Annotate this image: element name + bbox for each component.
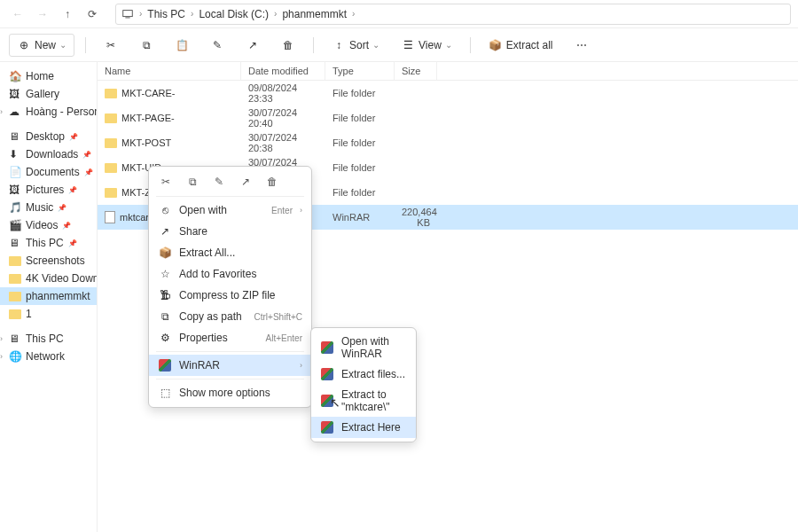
ctx-winrar[interactable]: WinRAR › [149,355,311,376]
file-name: MKT-CARE- [121,88,176,98]
up-button[interactable]: ↑ [57,4,78,25]
ctx-open-with[interactable]: ⎋ Open with Enter › [149,200,311,221]
ctx-cut-button[interactable]: ✂ [158,174,174,190]
sort-button[interactable]: ↕Sort⌄ [325,35,387,56]
file-type: File folder [325,136,395,150]
breadcrumb-this-pc[interactable]: This PC› [147,8,193,20]
ctx-label: Extract to "mktcare\" [341,388,407,413]
pin-icon: 📌 [69,133,78,141]
sidebar-documents[interactable]: 📄Documents📌 [0,163,97,181]
file-size [395,166,437,169]
extract-all-button[interactable]: 📦Extract all [481,35,560,56]
pin-icon: 📌 [68,239,77,247]
separator [156,351,304,352]
sidebar-gallery[interactable]: 🖼Gallery [0,85,97,103]
file-name-cell: MKT-POST [98,136,241,150]
chevron-right-icon: › [300,206,302,215]
sidebar-desktop[interactable]: 🖥Desktop📌 [0,128,97,145]
sidebar-this-pc-quick[interactable]: 🖥This PC📌 [0,234,97,252]
ctx-copy-path[interactable]: ⧉ Copy as path Ctrl+Shift+C [149,306,311,327]
file-row[interactable]: MKT-CARE-09/08/2024 23:33File folder [98,81,798,106]
ctx-copy-button[interactable]: ⧉ [184,174,200,190]
forward-button[interactable]: → [32,4,53,25]
sidebar-label: Home [26,70,54,82]
file-type: File folder [325,185,395,200]
paste-button[interactable]: 📋 [168,35,196,56]
sidebar-label: Desktop [26,130,65,143]
file-type: WinRAR [325,210,395,224]
svg-rect-0 [123,10,133,16]
desktop-icon: 🖥 [9,130,21,143]
music-icon: 🎵 [9,201,21,214]
sidebar-phanmemmkt[interactable]: phanmemmkt [0,287,97,305]
separator [156,379,304,379]
file-type: File folder [325,111,395,125]
file-name-cell: MKT-CARE- [98,86,241,100]
pin-icon: 📌 [62,222,71,230]
view-button[interactable]: ☰View⌄ [394,35,459,56]
sidebar-home[interactable]: 🏠Home [0,67,97,85]
pc-icon: 🖥 [9,332,21,345]
more-button[interactable]: ⋯ [567,35,596,56]
col-header-name[interactable]: Name [98,62,241,80]
sidebar-label: phanmemmkt [26,290,90,302]
folder-icon [9,256,21,266]
file-size [395,191,437,194]
rename-button[interactable]: ✎ [203,35,231,56]
col-header-type[interactable]: Type [325,62,395,80]
sort-label: Sort [349,39,369,51]
address-bar[interactable]: › This PC› Local Disk (C:)› phanmemmkt› [115,4,791,25]
file-name-cell: MKT-PAGE- [98,111,241,125]
ctx-label: Properties [179,332,259,344]
sidebar-4k-video[interactable]: 4K Video Downloa [0,270,97,287]
new-button[interactable]: ⊕ New ⌄ [9,34,74,57]
column-headers: Name Date modified Type Size [98,62,798,81]
ctx-rename-button[interactable]: ✎ [211,174,227,190]
file-row[interactable]: MKT-PAGE-30/07/2024 20:40File folder [98,106,798,130]
sidebar-network[interactable]: ›🌐Network [0,348,97,365]
ctx-show-more[interactable]: ⬚ Show more options [149,382,311,403]
sidebar-screenshots[interactable]: Screenshots [0,252,97,270]
col-header-date[interactable]: Date modified [241,62,325,80]
ctx-add-favorites[interactable]: ☆ Add to Favorites [149,263,311,285]
back-button[interactable]: ← [7,4,28,25]
chevron-right-icon: › [191,9,193,19]
folder-icon [9,309,21,319]
sidebar-onedrive[interactable]: ›☁Hoàng - Personal [0,103,97,121]
ctx-compress-zip[interactable]: 🗜 Compress to ZIP file [149,285,311,306]
file-date: 30/07/2024 20:40 [241,106,325,130]
sidebar-1[interactable]: 1 [0,305,97,323]
sub-open-winrar[interactable]: Open with WinRAR [311,332,416,364]
folder-icon [105,163,117,173]
ctx-label: Extract files... [341,368,407,380]
breadcrumb-local-disk[interactable]: Local Disk (C:)› [199,8,277,20]
ctx-delete-button[interactable]: 🗑 [264,174,280,190]
folder-icon [9,292,21,301]
ctx-properties[interactable]: ⚙ Properties Alt+Enter [149,327,311,348]
breadcrumb-phanmemmkt[interactable]: phanmemmkt› [282,8,355,20]
sub-extract-here[interactable]: Extract Here [311,417,416,438]
pin-icon: 📌 [82,151,91,159]
chevron-right-icon: › [0,352,3,361]
separator [313,37,314,53]
sidebar-pictures[interactable]: 🖼Pictures📌 [0,181,97,199]
cut-icon: ✂ [104,38,118,52]
ctx-share[interactable]: ↗ Share [149,221,311,242]
sidebar-music[interactable]: 🎵Music📌 [0,199,97,216]
sidebar-videos[interactable]: 🎬Videos📌 [0,216,97,234]
cut-button[interactable]: ✂ [97,35,125,56]
share-icon: ↗ [246,38,260,52]
file-row[interactable]: MKT-POST30/07/2024 20:38File folder [98,130,798,155]
sub-extract-to[interactable]: Extract to "mktcare\" [311,385,416,417]
sub-extract-files[interactable]: Extract files... [311,364,416,385]
ctx-share-button[interactable]: ↗ [238,174,254,190]
share-button[interactable]: ↗ [239,35,267,56]
copy-button[interactable]: ⧉ [132,35,160,56]
col-header-size[interactable]: Size [395,62,437,80]
sidebar-downloads[interactable]: ⬇Downloads📌 [0,145,97,163]
file-type: File folder [325,86,395,100]
delete-button[interactable]: 🗑 [274,35,302,56]
refresh-button[interactable]: ⟳ [82,4,103,25]
sidebar-this-pc[interactable]: ›🖥This PC [0,330,97,348]
ctx-extract-all[interactable]: 📦 Extract All... [149,242,311,263]
